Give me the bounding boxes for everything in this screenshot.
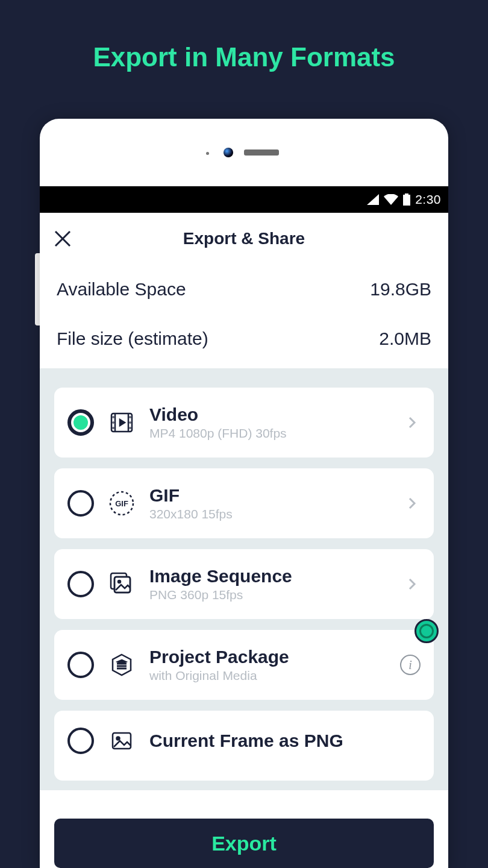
svg-point-6 (113, 423, 114, 423)
option-title: Video (149, 404, 389, 425)
page-title: Export & Share (40, 229, 448, 248)
export-options-list: Video MP4 1080p (FHD) 30fps GIF GIF 320x… (40, 368, 448, 790)
cellular-icon (367, 194, 379, 205)
option-video[interactable]: Video MP4 1080p (FHD) 30fps (54, 388, 434, 458)
promo-headline: Export in Many Formats (0, 42, 488, 72)
gif-icon: GIF (108, 490, 135, 517)
svg-rect-0 (403, 195, 410, 206)
file-size-label: File size (estimate) (57, 329, 208, 349)
speaker-slot (244, 149, 279, 156)
sensor-dot (206, 152, 209, 155)
radio-unselected[interactable] (67, 490, 94, 517)
svg-point-10 (130, 428, 131, 429)
available-space-label: Available Space (57, 279, 186, 300)
radio-unselected[interactable] (67, 728, 94, 754)
export-button[interactable]: Export (54, 819, 434, 868)
status-clock: 2:30 (415, 192, 441, 207)
svg-point-18 (117, 737, 120, 740)
front-camera (224, 148, 233, 157)
option-image-sequence[interactable]: Image Sequence PNG 360p 15fps (54, 549, 434, 619)
option-title: Project Package (149, 647, 386, 667)
option-title: GIF (149, 485, 389, 506)
feature-badge-icon (414, 619, 439, 643)
image-sequence-icon (108, 571, 135, 597)
chevron-right-icon (404, 414, 421, 431)
option-current-frame[interactable]: Current Frame as PNG (54, 711, 434, 781)
svg-point-16 (118, 580, 120, 583)
radio-selected[interactable] (67, 409, 94, 436)
info-icon[interactable]: i (400, 655, 421, 675)
svg-point-9 (130, 423, 131, 423)
battery-icon (403, 193, 410, 206)
image-icon (108, 728, 135, 754)
option-project-package[interactable]: Project Package with Original Media i (54, 630, 434, 700)
option-subtitle: with Original Media (149, 668, 386, 683)
phone-frame: 2:30 Export & Share Available Space 19.8… (40, 119, 448, 868)
radio-unselected[interactable] (67, 652, 94, 678)
chevron-right-icon (404, 495, 421, 512)
svg-rect-1 (405, 193, 408, 195)
svg-point-7 (113, 428, 114, 429)
svg-point-5 (113, 417, 114, 418)
available-space-row: Available Space 19.8GB (57, 279, 431, 300)
file-size-row: File size (estimate) 2.0MB (57, 329, 431, 349)
available-space-value: 19.8GB (370, 279, 431, 300)
option-subtitle: 320x180 15fps (149, 507, 389, 521)
radio-unselected[interactable] (67, 571, 94, 597)
option-title: Current Frame as PNG (149, 731, 421, 751)
option-subtitle: MP4 1080p (FHD) 30fps (149, 426, 389, 441)
option-subtitle: PNG 360p 15fps (149, 588, 389, 602)
android-status-bar: 2:30 (40, 186, 448, 213)
file-size-value: 2.0MB (379, 329, 431, 349)
chevron-right-icon (404, 576, 421, 593)
app-header: Export & Share (40, 213, 448, 265)
side-button (35, 253, 40, 326)
svg-point-8 (130, 417, 131, 418)
storage-info: Available Space 19.8GB File size (estima… (40, 265, 448, 368)
export-bar: Export (40, 808, 448, 868)
device-bezel-top (40, 119, 448, 186)
video-icon (108, 409, 135, 436)
package-icon (108, 652, 135, 678)
option-title: Image Sequence (149, 566, 389, 587)
option-gif[interactable]: GIF GIF 320x180 15fps (54, 468, 434, 538)
svg-text:GIF: GIF (115, 499, 128, 508)
wifi-icon (384, 194, 398, 205)
